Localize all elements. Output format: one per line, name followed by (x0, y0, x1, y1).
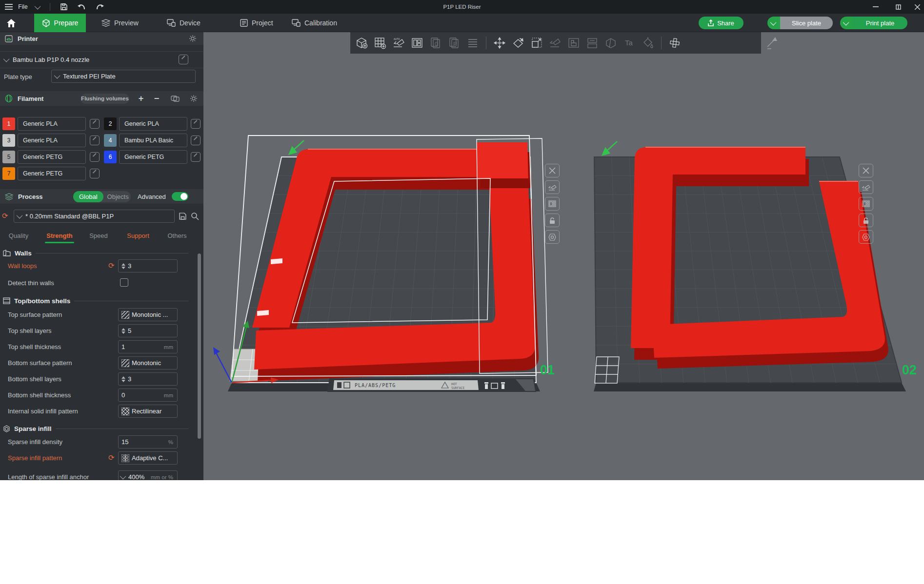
top-shell-layers-input[interactable]: 5 (118, 324, 178, 337)
sparse-anchor-dropdown[interactable]: 400% mm or % (118, 470, 178, 480)
filament-1-name[interactable]: Generic PLA (18, 117, 86, 131)
layer-queue-icon[interactable] (464, 35, 481, 51)
filament-6-name[interactable]: Generic PETG (119, 150, 187, 164)
filament-4-edit-icon[interactable] (191, 136, 201, 145)
wall-loops-reset-icon[interactable]: ⟳ (108, 261, 115, 270)
plate1-arrange-icon[interactable] (545, 197, 560, 211)
auto-orient-icon[interactable]: AUTO (390, 35, 407, 51)
color-paint-icon[interactable] (640, 35, 656, 51)
sparse-density-input[interactable]: 15 % (118, 435, 178, 448)
top-surface-pattern-dropdown[interactable]: Monotonic ... (118, 308, 178, 321)
scale-tool-icon[interactable] (528, 35, 545, 51)
tab-device[interactable]: Device (167, 14, 201, 32)
filament-1-edit-icon[interactable] (90, 119, 100, 129)
plate2-lock-icon[interactable] (859, 214, 873, 227)
process-reset-icon[interactable]: ⟳ (2, 212, 8, 220)
minimize-button[interactable] (868, 0, 883, 14)
filament-6-edit-icon[interactable] (191, 152, 201, 162)
tab-calibration[interactable]: Calibration (292, 14, 337, 32)
maximize-button[interactable] (891, 0, 905, 14)
home-button[interactable] (3, 14, 20, 32)
filament-7-swatch[interactable]: 7 (2, 167, 15, 180)
cut-tool-icon[interactable] (603, 35, 619, 51)
tab-preview[interactable]: Preview (101, 14, 139, 32)
plate1-delete-icon[interactable] (545, 164, 560, 177)
search-icon[interactable] (191, 212, 199, 220)
plate1-settings-icon[interactable] (545, 230, 560, 244)
filament-7-name[interactable]: Generic PETG (18, 167, 86, 180)
tab-support[interactable]: Support (123, 229, 153, 242)
filament-4-swatch[interactable]: 4 (104, 134, 117, 147)
filament-5-edit-icon[interactable] (90, 152, 100, 162)
remove-filament-button[interactable]: − (151, 93, 162, 104)
split-to-parts-icon[interactable] (584, 35, 601, 51)
slice-dropdown-button[interactable] (767, 17, 780, 29)
tab-project[interactable]: Project (240, 14, 273, 32)
flushing-volumes-button[interactable]: Flushing volumes (80, 94, 129, 104)
printer-settings-gear-icon[interactable] (189, 35, 197, 42)
sidebar-scrollbar[interactable] (198, 253, 201, 439)
filament-6-swatch[interactable]: 6 (104, 151, 117, 163)
ams-sync-icon[interactable] (171, 95, 180, 102)
close-button[interactable] (910, 0, 924, 14)
wall-loops-input[interactable]: 3 (118, 259, 178, 273)
share-button[interactable]: Share (699, 17, 743, 29)
rotate-tool-icon[interactable] (510, 35, 526, 51)
plate1-lock-icon[interactable] (545, 214, 560, 227)
plate1-auto-orient-icon[interactable] (545, 180, 560, 194)
tab-strength[interactable]: Strength (44, 229, 75, 242)
sparse-pattern-dropdown[interactable]: Adaptive C... (118, 451, 178, 465)
plate-type-dropdown[interactable]: Textured PEI Plate (51, 70, 196, 83)
filament-2-edit-icon[interactable] (191, 119, 201, 129)
bottom-shell-layers-input[interactable]: 3 (118, 372, 178, 386)
print-dropdown-button[interactable] (840, 17, 853, 29)
assembly-view-icon[interactable] (666, 35, 683, 51)
filament-7-edit-icon[interactable] (90, 169, 100, 178)
save-preset-icon[interactable] (179, 212, 187, 220)
scope-objects[interactable]: Objects (103, 193, 133, 200)
printer-preset-dropdown[interactable]: Bambu Lab P1P 0.4 nozzle (2, 52, 197, 67)
filament-4-name[interactable]: Bambu PLA Basic (119, 134, 187, 147)
filament-settings-gear-icon[interactable] (190, 95, 198, 102)
bottom-shell-thickness-input[interactable]: 0 mm (118, 389, 178, 402)
build-scene[interactable]: PLA/ABS/PETG HOT SURFACE (203, 32, 924, 480)
filament-1-swatch[interactable]: 1 (2, 117, 15, 130)
model-piece-plate1-step[interactable] (477, 142, 531, 188)
paste-icon[interactable]: P (446, 35, 462, 51)
sparse-pattern-reset-icon[interactable]: ⟳ (108, 453, 115, 462)
plate1-number-label[interactable]: 01 (540, 363, 555, 377)
plate2-number-label[interactable]: 02 (902, 363, 917, 377)
filament-5-name[interactable]: Generic PETG (18, 150, 86, 164)
slice-plate-button[interactable]: Slice plate (780, 17, 833, 29)
tab-prepare[interactable]: Prepare (34, 14, 86, 32)
tab-others[interactable]: Others (164, 229, 190, 242)
advanced-toggle[interactable] (172, 192, 188, 201)
filament-3-edit-icon[interactable] (90, 136, 100, 145)
filament-2-swatch[interactable]: 2 (104, 117, 117, 130)
add-object-icon[interactable] (353, 35, 370, 51)
internal-solid-infill-dropdown[interactable]: Rectilinear (118, 405, 178, 418)
wall-loops-stepper[interactable] (121, 263, 125, 269)
printer-edit-icon[interactable] (179, 55, 188, 64)
viewport-3d[interactable]: AUTO 0 P Ta (203, 32, 924, 480)
viewport-pointer-icon[interactable] (765, 36, 779, 52)
plate2-delete-icon[interactable] (859, 164, 873, 177)
tab-quality[interactable]: Quality (5, 229, 32, 242)
tab-speed[interactable]: Speed (87, 229, 110, 242)
move-tool-icon[interactable] (491, 35, 508, 51)
filament-2-name[interactable]: Generic PLA (119, 117, 187, 131)
process-preset-dropdown[interactable]: * 0.20mm Standard @BBL P1P (14, 210, 175, 223)
add-filament-button[interactable]: + (136, 93, 146, 104)
plate2-arrange-icon[interactable] (859, 197, 873, 211)
filament-3-name[interactable]: Generic PLA (18, 134, 86, 147)
plate2-settings-icon[interactable] (859, 230, 873, 244)
detect-thin-walls-checkbox[interactable] (120, 278, 128, 287)
lay-on-face-icon[interactable] (547, 35, 563, 51)
arrange-icon[interactable] (409, 35, 425, 51)
top-shell-thickness-input[interactable]: 1 mm (118, 340, 178, 353)
filament-5-swatch[interactable]: 5 (2, 151, 15, 163)
filament-3-swatch[interactable]: 3 (2, 134, 15, 147)
text-tool-icon[interactable]: Ta (621, 35, 638, 51)
scope-global[interactable]: Global (73, 191, 103, 202)
print-plate-button[interactable]: Print plate (853, 17, 907, 29)
